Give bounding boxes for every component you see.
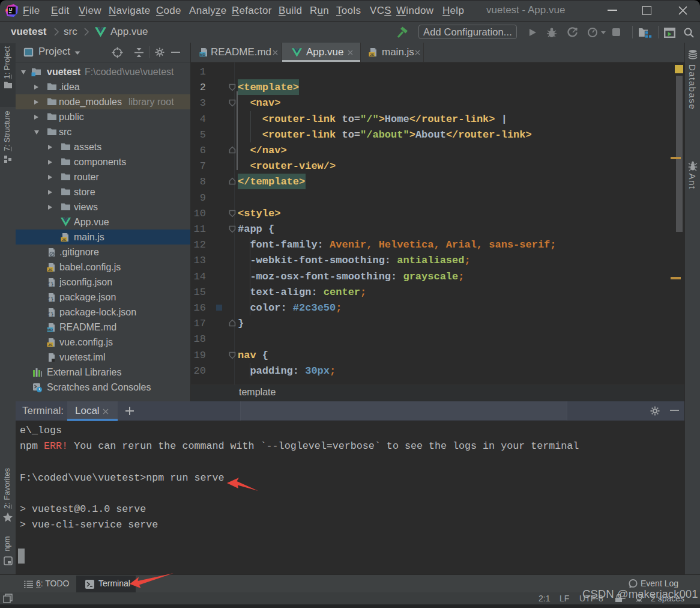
svg-text:MD: MD [200,53,206,56]
svg-text:JS: JS [48,268,52,272]
svg-text:{}: {} [47,297,53,302]
svg-text:IJ: IJ [9,7,13,11]
svg-text:JS: JS [48,343,52,347]
svg-text:JS: JS [62,238,66,242]
svg-text:{}: {} [47,312,53,317]
svg-text:JS: JS [370,53,374,56]
svg-text:{}: {} [47,282,53,287]
svg-text:MD: MD [47,328,53,332]
